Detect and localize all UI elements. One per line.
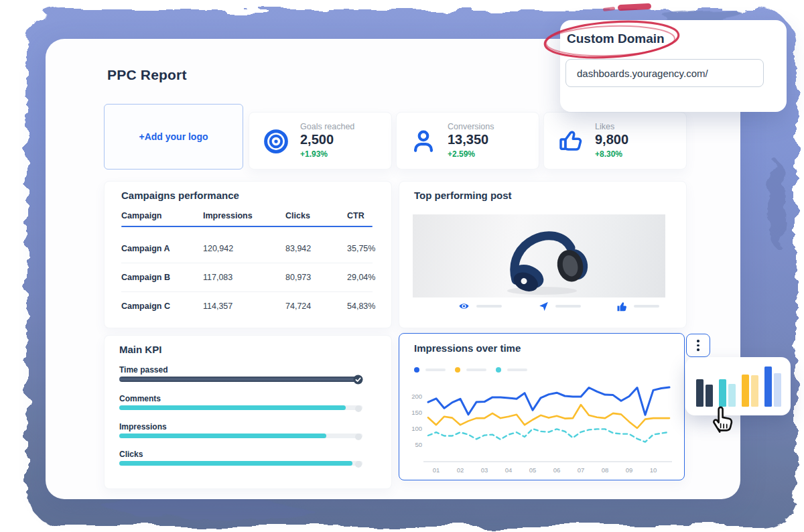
row-separator — [121, 291, 373, 292]
legend-item — [455, 367, 486, 373]
svg-text:150: 150 — [411, 409, 422, 416]
widget-bars — [696, 367, 781, 407]
placeholder-bar — [466, 369, 486, 371]
kpi-label: Clicks — [119, 450, 143, 459]
add-logo-button[interactable]: +Add your logo — [104, 104, 243, 170]
stat-delta: +2.59% — [448, 149, 475, 159]
kpi-label: Comments — [119, 394, 161, 403]
add-logo-label: +Add your logo — [139, 131, 208, 142]
target-icon — [263, 128, 289, 155]
placeholder-bar — [555, 305, 581, 308]
col-campaign: Campaign — [121, 211, 203, 220]
custom-domain-title: Custom Domain — [567, 31, 665, 46]
top-post-card: Top performing post — [399, 181, 687, 328]
stat-value: 9,800 — [595, 132, 628, 147]
kpi-complete-icon — [353, 375, 363, 385]
svg-text:01: 01 — [433, 466, 440, 474]
engagement-row — [458, 301, 659, 312]
user-icon — [410, 128, 437, 155]
svg-text:09: 09 — [626, 466, 633, 474]
placeholder-bar — [634, 305, 659, 308]
svg-text:08: 08 — [602, 466, 609, 474]
kpi-end-dot — [353, 431, 363, 442]
stat-card-likes: Likes 9,800 +8.30% — [543, 112, 687, 170]
stat-value: 13,350 — [448, 132, 488, 147]
col-impressions: Impressions — [203, 211, 285, 220]
thumbs-up-icon — [557, 128, 584, 155]
placeholder-bar — [507, 369, 527, 371]
svg-text:07: 07 — [578, 466, 585, 474]
svg-text:100: 100 — [411, 425, 422, 432]
table-header: Campaign Impressions Clicks CTR — [121, 211, 373, 220]
widget-library-card[interactable] — [685, 357, 791, 415]
custom-domain-input[interactable] — [565, 59, 764, 87]
stat-card-conversions: Conversions 13,350 +2.59% — [396, 112, 539, 170]
page-title: PPC Report — [107, 67, 187, 83]
shares-stat — [538, 301, 581, 312]
headphones-illustration — [472, 216, 606, 296]
kpi-bar-fill — [119, 461, 352, 466]
kpi-end-dot — [353, 459, 363, 469]
widget-menu-button[interactable] — [686, 334, 710, 357]
stat-delta: +1.93% — [300, 149, 328, 159]
paint-blob — [768, 161, 787, 248]
likes-thumb-icon — [616, 302, 627, 312]
kpi-bar — [119, 434, 362, 438]
legend-dot-teal — [496, 367, 501, 373]
stat-label: Conversions — [448, 122, 494, 131]
mini-bar — [719, 379, 726, 407]
svg-text:06: 06 — [553, 466, 561, 474]
kpi-label: Impressions — [119, 422, 167, 431]
likes-stat — [616, 302, 659, 312]
svg-text:02: 02 — [457, 466, 464, 474]
legend-item — [496, 367, 527, 373]
kpi-bar-fill — [119, 434, 326, 438]
row-separator — [121, 263, 373, 263]
kpi-end-dot — [353, 403, 363, 413]
legend-dot-blue — [414, 367, 419, 373]
mini-bar — [742, 375, 749, 407]
kpi-bar-fill — [119, 405, 346, 410]
kpi-bar — [119, 461, 362, 466]
mini-bar — [696, 379, 704, 407]
svg-text:05: 05 — [529, 466, 537, 474]
stat-value: 2,500 — [300, 132, 334, 147]
mini-bar — [764, 367, 772, 407]
mini-bar — [774, 373, 781, 407]
col-clicks: Clicks — [285, 211, 347, 220]
kpi-bar — [119, 405, 362, 410]
hand-pointer-icon — [708, 403, 736, 434]
table-row: Campaign A 120,942 83,942 35,75% — [121, 239, 373, 258]
legend-item — [414, 367, 446, 373]
svg-text:10: 10 — [650, 466, 657, 474]
svg-text:50: 50 — [415, 441, 422, 448]
shares-arrow-icon — [538, 301, 549, 312]
chart-title: Impressions over time — [414, 342, 521, 354]
mini-bar — [751, 375, 758, 407]
custom-domain-card: Custom Domain — [560, 20, 787, 112]
svg-text:200: 200 — [411, 393, 422, 400]
placeholder-bar — [476, 305, 502, 308]
kebab-menu-icon — [697, 340, 699, 342]
legend-dot-yellow — [455, 367, 460, 373]
impressions-chart-card[interactable]: Impressions over time 501001502000102030… — [399, 333, 685, 480]
stat-delta: +8.30% — [595, 149, 622, 159]
kpi-label: Time passed — [119, 365, 168, 375]
svg-text:03: 03 — [481, 466, 488, 474]
campaigns-title: Campaigns performance — [121, 190, 239, 201]
top-post-title: Top performing post — [414, 190, 512, 201]
views-stat — [458, 301, 502, 312]
campaigns-performance-card: Campaigns performance Campaign Impressio… — [104, 181, 392, 328]
line-chart: 5010015020001020304050607080910 — [399, 379, 685, 478]
kpi-bar — [119, 377, 362, 381]
stat-label: Goals reached — [300, 122, 354, 131]
table-header-underline — [121, 226, 373, 227]
col-ctr: CTR — [347, 211, 373, 220]
screenshot-stage: PPC Report +Add your logo Goals reached … — [0, 0, 804, 532]
main-kpi-title: Main KPI — [119, 344, 161, 355]
chart-legend — [414, 367, 527, 373]
main-kpi-card: Main KPI Time passed Comments Impression… — [104, 335, 392, 489]
stat-card-goals: Goals reached 2,500 +1.93% — [249, 112, 392, 170]
views-eye-icon — [458, 301, 470, 312]
table-row: Campaign B 117,083 80,973 29,04% — [121, 268, 373, 287]
